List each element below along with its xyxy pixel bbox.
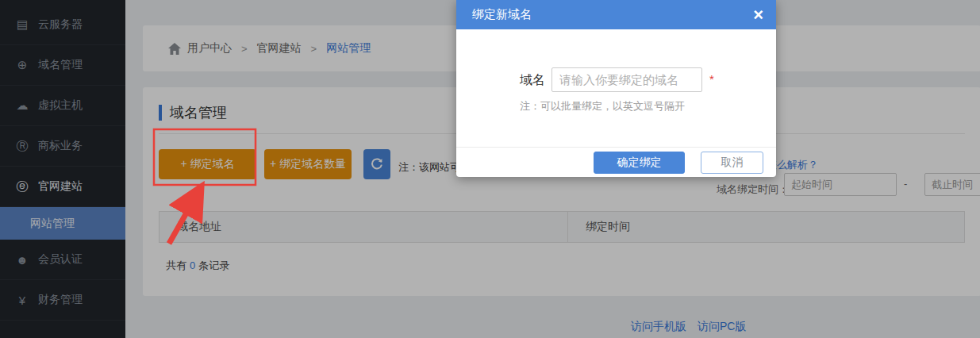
domain-input[interactable]: [551, 67, 702, 92]
required-asterisk: *: [709, 72, 714, 86]
bind-new-domain-modal: 绑定新域名 × 域名 * 注：可以批量绑定，以英文逗号隔开 确定绑定 取消: [456, 0, 776, 177]
modal-title: 绑定新域名: [472, 7, 753, 22]
modal-note: 注：可以批量绑定，以英文逗号隔开: [520, 99, 685, 113]
confirm-bind-button[interactable]: 确定绑定: [594, 152, 685, 174]
modal-footer: 确定绑定 取消: [456, 147, 776, 177]
modal-body: 域名 * 注：可以批量绑定，以英文逗号隔开: [456, 29, 776, 147]
domain-field-label: 域名: [520, 72, 545, 89]
cancel-button[interactable]: 取消: [701, 152, 763, 174]
modal-header: 绑定新域名 ×: [456, 0, 776, 29]
close-icon[interactable]: ×: [753, 6, 763, 24]
